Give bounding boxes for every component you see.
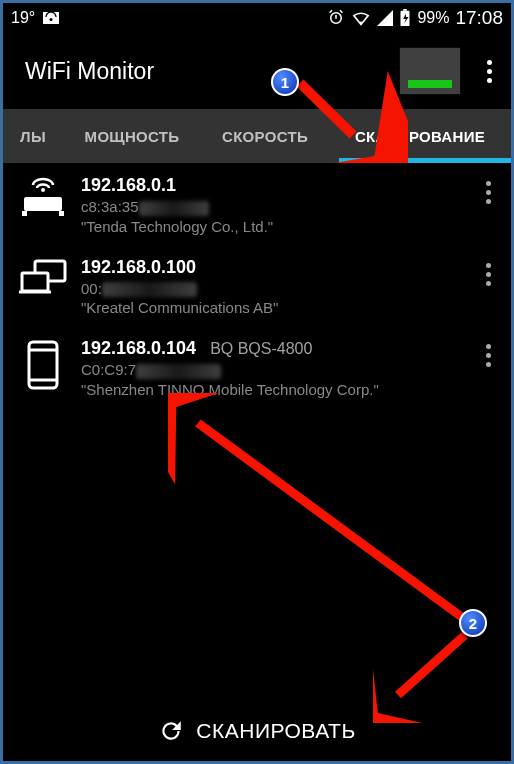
device-vendor: "Tenda Technology Co., Ltd." [81,218,475,235]
annotation-badge-1: 1 [271,68,299,96]
svg-rect-3 [404,9,408,11]
svg-point-0 [50,18,53,21]
device-vendor: "Kreatel Communications AB" [81,299,475,316]
device-row[interactable]: 192.168.0.100 00: "Kreatel Communication… [3,245,511,327]
android-status-bar: 19° 99% 17:08 [3,3,511,33]
tab-bar: ЛЫ МОЩНОСТЬ СКОРОСТЬ СКАНИРОВАНИЕ [3,109,511,163]
device-row[interactable]: 192.168.0.104 BQ BQS-4800 C0:C9:7 "Shenz… [3,326,511,408]
device-mac-prefix: 00: [81,280,102,297]
mac-obscured [136,364,221,379]
battery-percentage: 99% [417,9,449,27]
mac-obscured [139,201,209,216]
svg-rect-5 [24,197,62,211]
router-device-icon [13,175,73,219]
wifi-icon [351,10,371,26]
svg-point-4 [41,188,45,192]
app-title: WiFi Monitor [25,58,154,85]
mac-obscured [102,282,197,297]
svg-point-1 [360,22,362,24]
device-vendor: "Shenzhen TINNO Mobile Technology Corp." [81,381,475,398]
device-mac-prefix: C0:C9:7 [81,361,136,378]
svg-rect-6 [22,211,27,216]
row-menu-icon[interactable] [475,263,501,286]
wifi-ap-icon [41,10,61,26]
scan-button-label: СКАНИРОВАТЬ [196,719,355,743]
device-ip: 192.168.0.104 [81,338,196,359]
app-icon-router[interactable] [399,47,461,95]
scan-button[interactable]: СКАНИРОВАТЬ [3,701,511,761]
svg-line-16 [398,635,465,695]
phone-device-icon [13,338,73,390]
cell-signal-icon [377,10,393,26]
tab-partial[interactable]: ЛЫ [3,109,63,163]
device-row[interactable]: 192.168.0.1 c8:3a:35 "Tenda Technology C… [3,163,511,245]
annotation-badge-2: 2 [459,609,487,637]
device-list: 192.168.0.1 c8:3a:35 "Tenda Technology C… [3,163,511,408]
alarm-icon [327,9,345,27]
refresh-icon [158,718,184,744]
device-mac-prefix: c8:3a:35 [81,198,139,215]
device-model: BQ BQS-4800 [210,340,312,358]
tab-scanning[interactable]: СКАНИРОВАНИЕ [329,109,511,163]
tab-power[interactable]: МОЩНОСТЬ [63,109,201,163]
svg-rect-7 [59,211,64,216]
row-menu-icon[interactable] [475,181,501,204]
status-temperature: 19° [11,9,35,27]
tab-speed[interactable]: СКОРОСТЬ [201,109,329,163]
annotation-arrow-2a [168,393,488,643]
battery-charging-icon [399,9,411,27]
device-ip: 192.168.0.1 [81,175,176,196]
row-menu-icon[interactable] [475,344,501,367]
svg-rect-9 [22,273,48,291]
app-bar: WiFi Monitor [3,33,511,109]
overflow-menu-icon[interactable] [477,60,501,83]
status-clock: 17:08 [455,7,503,29]
laptop-device-icon [13,257,73,299]
svg-line-15 [198,423,463,618]
device-ip: 192.168.0.100 [81,257,196,278]
